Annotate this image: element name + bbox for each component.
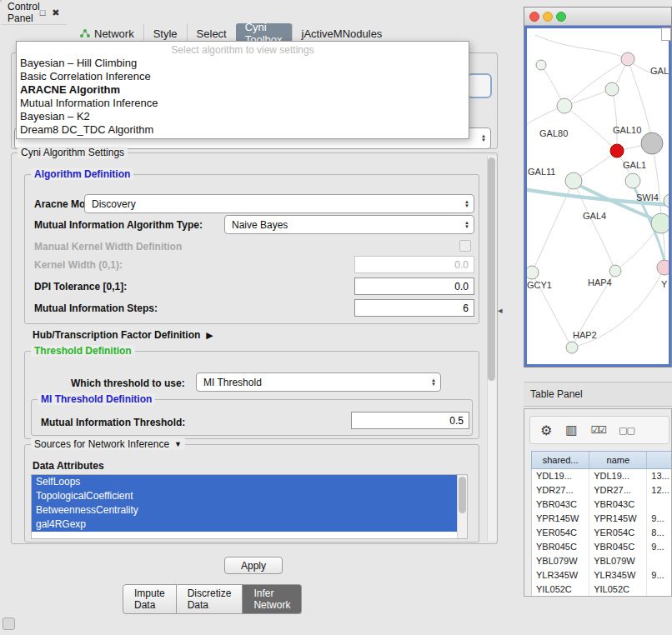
table-cell: YDR27... <box>532 483 589 498</box>
control-panel-window: Control Panel □ ✖ Network Style Select C… <box>0 0 2 2</box>
network-node[interactable] <box>609 265 621 277</box>
network-window-titlebar[interactable] <box>524 8 671 26</box>
mi-steps-input[interactable] <box>354 299 474 317</box>
table-cell: YDL19... <box>532 469 589 483</box>
tab-infer-network[interactable]: Infer Network <box>243 584 302 614</box>
table-row[interactable]: YDL19...YDL19...13... <box>532 469 672 483</box>
network-node[interactable] <box>641 132 663 154</box>
network-tool-widget[interactable] <box>661 28 671 41</box>
tab-impute-data[interactable]: Impute Data <box>123 584 177 614</box>
network-node[interactable] <box>625 173 640 188</box>
table-cell: YLR345W <box>589 568 647 582</box>
collapsed-panel-icon[interactable] <box>3 618 15 630</box>
algorithm-option[interactable]: Bayesian – Hill Climbing <box>17 57 469 70</box>
network-node[interactable] <box>621 52 634 66</box>
kernel-width-input[interactable] <box>354 256 474 273</box>
table-row[interactable]: YBL079WYBL079W <box>532 554 672 568</box>
algorithm-option[interactable]: Mutual Information Inference <box>17 97 469 110</box>
column-header-shared[interactable]: shared... <box>532 452 589 468</box>
combo-arrows-icon: ▲▼ <box>481 134 486 142</box>
table-row[interactable]: YBR045CYBR045C9... <box>532 540 672 554</box>
network-node[interactable] <box>657 260 669 275</box>
list-item[interactable]: BetweennessCentrality <box>32 503 457 518</box>
network-node[interactable] <box>610 144 624 158</box>
hub-definition-section[interactable]: Hub/Transcription Factor Definition ▶ <box>33 329 213 341</box>
network-icon <box>80 28 90 38</box>
network-node[interactable] <box>605 82 619 96</box>
gear-icon[interactable]: ⚙ <box>540 422 552 438</box>
list-item[interactable]: TopologicalCoefficient <box>32 489 457 503</box>
mi-steps-label: Mutual Information Steps: <box>34 302 158 314</box>
settings-scrollbar-thumb[interactable] <box>488 158 495 381</box>
algorithm-option-selected[interactable]: ARACNE Algorithm <box>17 83 469 97</box>
dpi-tolerance-input[interactable] <box>354 278 474 295</box>
network-node-label: GAL80 <box>539 128 568 138</box>
network-node-label: Y <box>661 279 668 289</box>
apply-button-label: Apply <box>241 560 266 572</box>
network-node[interactable] <box>536 60 546 70</box>
mi-threshold-input[interactable] <box>351 412 469 429</box>
select-all-icon[interactable]: ☑☑ <box>591 424 606 436</box>
algorithm-option[interactable]: Dream8 DC_TDC Algorithm <box>17 123 469 137</box>
splitter-collapse-icon[interactable]: ◂ <box>498 305 503 316</box>
network-node[interactable] <box>565 172 582 189</box>
table-row[interactable]: YPR145WYPR145W9... <box>532 512 672 526</box>
mi-type-combo[interactable]: Naive Bayes ▲▼ <box>224 215 474 234</box>
network-node-label: GAL <box>650 66 669 76</box>
table-row[interactable]: YBR043CYBR043C <box>532 498 672 512</box>
table-header: shared... name <box>531 451 672 469</box>
float-window-icon[interactable]: □ <box>40 8 46 18</box>
network-node[interactable] <box>557 98 572 113</box>
sources-title-row[interactable]: Sources for Network Inference ▼ <box>31 438 185 450</box>
zoom-traffic-light[interactable] <box>556 12 566 22</box>
network-node-label: GAL10 <box>613 125 641 135</box>
close-window-icon[interactable]: ✖ <box>52 8 59 18</box>
network-view-window: GALGAL80GAL10GAL11GAL1SWI4GAL4GCY1HAP4HA… <box>524 7 672 368</box>
network-node[interactable] <box>527 266 539 279</box>
table-cell: YER054C <box>589 526 647 540</box>
mi-type-value: Naive Bayes <box>232 219 288 231</box>
network-node[interactable] <box>566 342 578 353</box>
network-canvas[interactable]: GALGAL80GAL10GAL11GAL1SWI4GAL4GCY1HAP4HA… <box>524 26 671 367</box>
aracne-mode-value: Discovery <box>92 198 136 210</box>
table-row[interactable]: YER054CYER054C8... <box>532 526 672 540</box>
list-item[interactable]: gal4RGexp <box>32 518 457 532</box>
aracne-mode-combo[interactable]: Discovery ▲▼ <box>84 194 474 213</box>
network-node[interactable] <box>651 213 669 233</box>
apply-button[interactable]: Apply <box>224 557 283 574</box>
manual-kernel-checkbox[interactable] <box>459 240 471 252</box>
algorithm-info-button[interactable] <box>467 73 492 98</box>
deselect-all-icon[interactable]: ▢▢ <box>619 425 634 436</box>
network-node-label: HAP2 <box>573 330 597 340</box>
algorithm-option[interactable]: Bayesian – K2 <box>17 110 469 123</box>
table-toolbar: ⚙ ▥ ☑☑ ▢▢ <box>529 416 669 444</box>
table-row[interactable]: YIL052CYIL052C <box>532 582 672 597</box>
table-row[interactable]: YLR345WYLR345W9... <box>532 568 672 582</box>
hub-definition-label: Hub/Transcription Factor Definition <box>33 329 200 341</box>
table-cell: 8... <box>647 526 672 540</box>
which-threshold-value: MI Threshold <box>203 377 262 388</box>
column-header-cut[interactable] <box>647 452 672 468</box>
list-item[interactable]: SelfLoops <box>32 475 457 489</box>
table-row[interactable]: YDR27...YDR27...12... <box>532 483 672 498</box>
which-threshold-label: Which threshold to use: <box>71 378 185 389</box>
algorithm-option[interactable]: Basic Correlation Inference <box>17 70 469 83</box>
table-cell: 9... <box>647 568 672 582</box>
combo-arrows-icon: ▲▼ <box>464 221 469 229</box>
table-panel-window: ⚙ ▥ ☑☑ ▢▢ shared... name YDL19...YDL19..… <box>524 408 672 597</box>
tab-discretize-data[interactable]: Discretize Data <box>177 584 243 614</box>
which-threshold-combo[interactable]: MI Threshold ▲▼ <box>196 372 441 392</box>
expand-down-icon[interactable]: ▼ <box>174 440 182 448</box>
list-scrollbar-thumb[interactable] <box>459 477 466 513</box>
control-panel-titlebar: Control Panel □ ✖ <box>1 1 67 25</box>
network-node-label: GAL4 <box>583 211 606 221</box>
column-header-name[interactable]: name <box>589 452 647 468</box>
mi-threshold-label: Mutual Information Threshold: <box>41 417 185 428</box>
list-scrollbar-track[interactable] <box>457 475 467 538</box>
column-browser-icon[interactable]: ▥ <box>565 422 577 438</box>
minimize-traffic-light[interactable] <box>543 12 553 22</box>
manual-kernel-label: Manual Kernel Width Definition <box>34 241 182 252</box>
collapse-right-icon[interactable]: ▶ <box>206 330 213 341</box>
close-traffic-light[interactable] <box>529 12 539 22</box>
sources-title: Sources for Network Inference <box>34 438 169 450</box>
